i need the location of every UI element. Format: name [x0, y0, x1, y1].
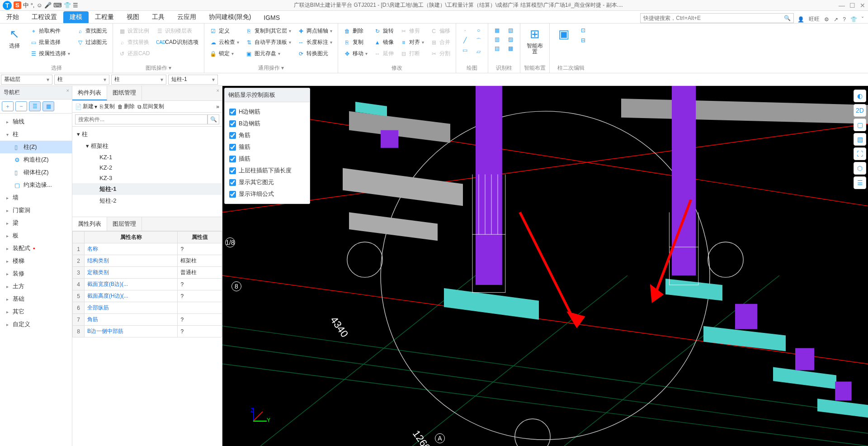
category2-select[interactable]: 柱: [111, 75, 166, 85]
draw-line-button[interactable]: ╱: [460, 36, 471, 44]
nav-item-2[interactable]: ▸墙: [0, 191, 72, 204]
rebar-checkbox-0[interactable]: H边钢筋: [229, 106, 305, 118]
nav-remove-button[interactable]: −: [15, 101, 27, 111]
copy-floor-component-button[interactable]: ⧉层间复制: [137, 103, 164, 110]
category1-select[interactable]: 柱: [54, 75, 109, 85]
nav-leaf-1-2[interactable]: ▯砌体柱(Z): [0, 166, 72, 179]
rebar-check-input[interactable]: [229, 109, 236, 115]
component-leaf-3[interactable]: 短柱-1: [72, 183, 222, 195]
auto-align-top-button[interactable]: ⇅自动平齐顶板: [244, 38, 293, 47]
comp-close-icon[interactable]: ×: [217, 88, 219, 93]
copy-to-floor-button[interactable]: ⎘复制到其它层: [244, 26, 293, 36]
new-component-button[interactable]: 📄新建▾: [75, 103, 97, 110]
tree-root[interactable]: ▾ 柱: [72, 128, 222, 140]
recognize-col-6[interactable]: ▩: [505, 44, 516, 52]
two-point-axis-button[interactable]: ✚两点辅轴: [296, 26, 334, 36]
nav-item-1[interactable]: ▾柱: [0, 128, 72, 141]
draw-poly-button[interactable]: ▱: [473, 47, 484, 56]
tab-component-list[interactable]: 构件列表: [72, 86, 107, 100]
col-edit-button[interactable]: ▣: [553, 25, 575, 43]
rebar-checkbox-3[interactable]: 箍筋: [229, 141, 305, 153]
rebar-check-input[interactable]: [229, 179, 236, 186]
member-select[interactable]: 短柱-1: [168, 75, 218, 85]
define-button[interactable]: ☑定义: [208, 26, 241, 36]
view-tool-3[interactable]: ▧: [854, 133, 866, 146]
draw-rect-button[interactable]: ▭: [460, 46, 471, 54]
nav-list-button[interactable]: ☰: [29, 101, 41, 111]
component-search-input[interactable]: [75, 114, 208, 124]
rebar-checkbox-1[interactable]: B边钢筋: [229, 118, 305, 129]
nav-leaf-1-3[interactable]: ▢约束边缘...: [0, 179, 72, 191]
property-row[interactable]: 1名称?: [73, 243, 222, 255]
component-leaf-4[interactable]: 短柱-2: [72, 195, 222, 207]
save-element-button[interactable]: ▣图元存盘: [244, 49, 293, 58]
search-box[interactable]: 🔍: [640, 13, 794, 23]
search-icon[interactable]: 🔍: [784, 15, 791, 21]
axis-gizmo[interactable]: Y Z: [241, 405, 268, 432]
menu-tab-4[interactable]: 视图: [120, 11, 146, 23]
property-row[interactable]: 8B边一侧中部筋?: [73, 326, 222, 337]
toolbar-more-icon[interactable]: »: [216, 104, 219, 110]
nav-item-6[interactable]: ▸装配式•: [0, 242, 72, 255]
delete-button[interactable]: 🗑删除: [342, 26, 369, 36]
help-icon[interactable]: ?: [843, 16, 846, 23]
floor-select[interactable]: 基础层: [1, 75, 52, 85]
property-row[interactable]: 6全部纵筋: [73, 302, 222, 314]
close-button[interactable]: ✕: [860, 2, 865, 9]
delete-component-button[interactable]: 🗑删除: [118, 103, 135, 110]
notification-icon[interactable]: ⚙: [824, 16, 829, 23]
copy-component-button[interactable]: ⎘复制: [100, 103, 115, 110]
nav-leaf-1-0[interactable]: ▯柱(Z): [0, 141, 72, 153]
rebar-checkbox-2[interactable]: 角筋: [229, 129, 305, 141]
view-tool-2[interactable]: ▢: [854, 119, 866, 131]
nav-item-4[interactable]: ▸梁: [0, 217, 72, 229]
rebar-check-input[interactable]: [229, 132, 236, 139]
rebar-check-input[interactable]: [229, 167, 236, 174]
lock-button[interactable]: 🔒锁定: [208, 49, 241, 58]
mirror-button[interactable]: ▲镜像: [372, 38, 396, 47]
group-label-general[interactable]: 通用操作 ▾: [208, 63, 334, 72]
view-tool-5[interactable]: ⬡: [854, 162, 866, 175]
nav-item-0[interactable]: ▸轴线: [0, 115, 72, 128]
rebar-checkbox-6[interactable]: 显示其它图元: [229, 176, 305, 188]
component-leaf-0[interactable]: KZ-1: [72, 152, 222, 162]
menu-tab-5[interactable]: 工具: [146, 11, 171, 23]
menu-tab-1[interactable]: 工程设置: [25, 11, 63, 23]
convert-element-button[interactable]: ⟳转换图元: [296, 49, 334, 58]
collapse-ribbon-icon[interactable]: ˇ: [862, 16, 863, 23]
rebar-check-input[interactable]: [229, 191, 236, 198]
filter-element-button[interactable]: ▽过滤图元: [75, 38, 109, 47]
nav-item-3[interactable]: ▸门窗洞: [0, 204, 72, 217]
tab-property-list[interactable]: 属性列表: [72, 217, 107, 231]
component-search-icon[interactable]: 🔍: [208, 114, 219, 124]
view-tool-0[interactable]: ◐: [854, 90, 866, 102]
rebar-checkbox-4[interactable]: 插筋: [229, 153, 305, 165]
component-leaf-1[interactable]: KZ-2: [72, 162, 222, 173]
col-edit-sub2[interactable]: ⊟: [578, 36, 589, 44]
view-tool-6[interactable]: ☰: [854, 176, 866, 189]
rebar-checkbox-7[interactable]: 显示详细公式: [229, 188, 305, 200]
col-edit-sub1[interactable]: ⊡: [578, 26, 589, 34]
pick-component-button[interactable]: ⌖拾取构件: [28, 26, 72, 36]
tab-layer-manage[interactable]: 图层管理: [107, 217, 142, 231]
rebar-checkbox-5[interactable]: 上层柱插筋下插长度: [229, 165, 305, 176]
rebar-check-input[interactable]: [229, 120, 236, 127]
move-button[interactable]: ✥移动: [342, 49, 369, 58]
component-leaf-2[interactable]: KZ-3: [72, 173, 222, 183]
draw-point-button[interactable]: ·: [460, 26, 471, 34]
nav-item-8[interactable]: ▸装修: [0, 267, 72, 280]
maximize-button[interactable]: ☐: [849, 2, 855, 9]
nav-grid-button[interactable]: ▦: [42, 101, 54, 111]
recognize-col-1[interactable]: ▦: [492, 26, 503, 34]
menu-tab-2[interactable]: 建模: [63, 11, 89, 23]
recognize-col-4[interactable]: ▧: [505, 26, 516, 34]
cad-options-button[interactable]: CADCAD识别选项: [154, 38, 200, 47]
copy-button[interactable]: ⎘复制: [342, 38, 369, 47]
tree-child[interactable]: ▾ 框架柱: [72, 140, 222, 152]
menu-tab-0[interactable]: 开始: [0, 11, 25, 23]
cloud-check-button[interactable]: ☁云检查: [208, 38, 241, 47]
select-button[interactable]: ↖ 选择: [4, 25, 25, 51]
recognize-col-5[interactable]: ▨: [505, 35, 516, 43]
nav-item-7[interactable]: ▸楼梯: [0, 255, 72, 267]
find-element-button[interactable]: ⌕查找图元: [75, 26, 109, 36]
